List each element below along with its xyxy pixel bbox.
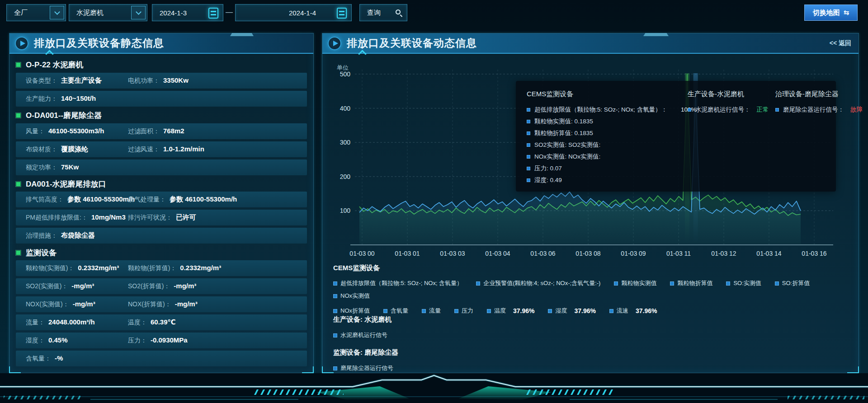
legend-item[interactable]: 流速37.96% [609,307,657,315]
svg-text:01-03 09: 01-03 09 [621,250,646,257]
play-badge-icon [328,37,341,50]
calendar-icon[interactable] [208,8,218,19]
corner-bracket [847,366,859,373]
tooltip-treatment-title: 治理设备-磨尾除尘器 [775,90,853,98]
decorative-footer [0,373,868,403]
legend-item[interactable]: 颗粒物折算值 [670,279,712,287]
calendar-icon[interactable] [337,8,347,19]
series-marker-icon [688,108,691,112]
legend-item[interactable]: NOx实测值 [333,292,370,300]
svg-text:01-03 16: 01-03 16 [802,250,826,257]
field-value: -mg/m³ [174,282,196,290]
search-icon [396,9,401,14]
dynamic-panel-title: 排放口及关联设备动态信息 [347,36,477,50]
field: SO2(实测值)：-mg/m³ [26,282,128,291]
tooltip-cems-title: CEMS监测设备 [527,90,676,98]
monitoring-title: 监测设备: 磨尾除尘器 [333,348,398,357]
start-date-input[interactable]: 2024-1-3 [152,4,223,21]
tooltip-item: 超低排放限值（颗拉物:5: SOz-; NOx; 含氧量）：100% [527,104,676,116]
legend-item[interactable]: 湿度37.96% [548,307,595,315]
field-label: 风量： [26,127,45,136]
legend-item[interactable]: 温度37.96% [487,307,534,315]
field-label: 温度： [128,319,147,327]
field: 治理措施：布袋除尘器 [26,231,128,240]
field-label: 布袋材质： [26,145,57,154]
field-value: 0.45% [48,336,68,344]
tooltip-production-column: 生产设备-水泥磨机 水泥磨机运行信号： 正常 [688,90,764,183]
plant-select[interactable]: 全厂 [6,4,66,21]
table-row: 额定功率：75Kw [16,159,307,175]
legend-item[interactable]: NOx折算值 [333,307,370,315]
field-label: NOX(实测值)： [26,300,69,309]
play-badge-icon [15,37,28,50]
field-label: 额定功率： [26,164,57,172]
chart-tooltip: CEMS监测设备 超低排放限值（颗拉物:5: SOz-; NOx; 含氧量）：1… [516,81,836,192]
tooltip-treatment-label: 磨尾除尘器运行信号： [783,104,844,116]
legend-item[interactable]: 压力 [454,307,473,315]
svg-text:400: 400 [340,105,351,112]
end-date-input[interactable]: 2024-1-4 [235,4,352,21]
field: 压力：-0.0930MPa [128,336,307,345]
back-link[interactable]: << 返回 [830,39,851,47]
series-marker-icon [527,167,530,170]
table-row: NOX(实测值)：-mg/m³NOX(折算值)：-mg/m³ [16,296,307,312]
legend-row: 超低排放限值（颗拉物:5: SOz-; NOx; 含氧量）企业预警值(颗粒物:4… [333,279,849,300]
monitoring-signal-item[interactable]: 磨尾除尘器运行信号 [333,364,398,372]
tooltip-item: SO2实测值: SO2实测值: [527,139,676,151]
legend-item[interactable]: 含氧量 [383,307,408,315]
field-value: 60.39℃ [151,318,176,326]
legend-item[interactable]: 流量 [422,307,441,315]
chevron-down-icon [54,9,60,15]
legend-item[interactable]: SO:实测值 [726,279,761,287]
monitoring-signal-label: 磨尾除尘器运行信号 [340,364,393,372]
legend-item[interactable]: 企业预警值(颗粒物:4; sOz-; NOx-;含氧气量:-) [476,279,600,287]
device-select-chevron[interactable] [131,6,146,19]
field-label: PM超低排排放限值:： [26,214,88,222]
legend-label: 企业预警值(颗粒物:4; sOz-; NOx-;含氧气量:-) [483,279,600,287]
device-select[interactable]: 水泥磨机 [69,4,147,21]
plant-select-chevron[interactable] [50,6,64,19]
field-value: 24048.000m³/h [48,318,95,326]
tooltip-item-label: 颗粒物实测值: 0.1835 [534,116,593,127]
field-label: 过滤风速： [128,145,160,154]
svg-text:01-03 03: 01-03 03 [440,250,465,257]
legend-label: NOx折算值 [340,307,370,315]
section-title: 监测设备 [26,248,57,258]
series-marker-icon [454,309,458,313]
plant-select-value: 全厂 [7,9,28,17]
svg-text:01-03 00: 01-03 00 [349,250,374,257]
field: 温度：60.39℃ [128,318,307,327]
query-button[interactable]: 查询 [359,4,407,21]
production-signal-block: 生产设备: 水泥磨机 水泥磨机运行信号 [333,315,392,339]
table-row: 治理措施：布袋除尘器 [16,228,307,244]
tooltip-production-title: 生产设备-水泥磨机 [688,90,764,98]
legend-value: 37.96% [636,307,657,314]
legend-item[interactable]: 颗粒物实测值 [614,279,656,287]
section-row: O-P-22 水泥磨机 [16,60,307,70]
legend-label: 颗粒物折算值 [677,279,712,287]
svg-text:200: 200 [340,173,351,180]
svg-text:500: 500 [340,70,351,78]
series-marker-icon [333,333,337,337]
legend-item[interactable]: 超低排放限值（颗拉物:5: SOz-; NOx; 含氧量） [333,279,462,287]
tooltip-production-item: 水泥磨机运行信号： 正常 [688,104,764,116]
tooltip-item-label: NOx实测值: NOx实测值: [534,151,600,163]
production-signal-item[interactable]: 水泥磨机运行信号 [333,331,392,339]
status-fault: 故障 [850,104,863,116]
field: 废气处理量：参数 46100-55300m/h [128,195,307,204]
switch-map-button[interactable]: 切换地图 ⇆ [804,5,858,21]
tooltip-item: 颗粒物折算值: 0.1835 [527,127,676,139]
section-title: O-P-22 水泥磨机 [26,60,84,70]
field: 过滤风速：1.0-1.2m/min [128,145,307,154]
chevron-up-icon [358,50,366,58]
tooltip-production-label: 水泥磨机运行信号： [695,104,750,116]
legend-item[interactable]: SO:折算值 [775,279,810,287]
dynamic-panel-header: 排放口及关联设备动态信息 << 返回 [322,33,859,54]
table-row: 布袋材质：覆膜涤纶过滤风速：1.0-1.2m/min [16,141,307,157]
panel-notch [643,33,669,36]
field-value: 覆膜涤纶 [61,145,88,154]
static-info-panel: 排放口及关联设备静态信息 O-P-22 水泥磨机设备类型：主要生产设备电机功率：… [9,33,314,373]
tooltip-item-label: 超低排放限值（颗拉物:5: SOz-; NOx; 含氧量）： [534,104,667,116]
section-row: O-DA001--磨尾除尘器 [16,110,307,121]
series-marker-icon [527,131,530,135]
